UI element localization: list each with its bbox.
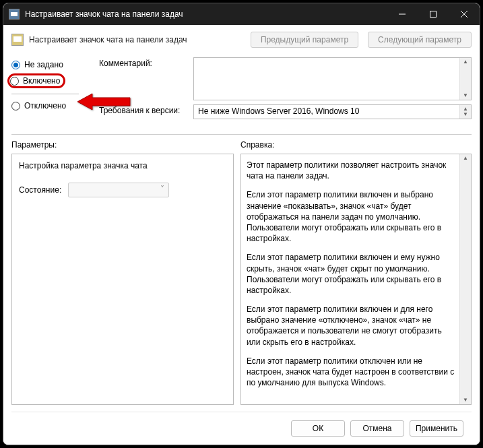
- scrollbar[interactable]: ▲▼: [459, 58, 471, 100]
- help-text: Этот параметр политики позволяет настрои…: [247, 160, 456, 181]
- help-text: Если этот параметр политики включен и дл…: [247, 304, 456, 348]
- help-text: Если этот параметр политики отключен или…: [247, 356, 456, 389]
- radio-dot-icon: [10, 77, 19, 86]
- help-text: Если этот параметр политики включен и ем…: [247, 252, 456, 296]
- ok-button[interactable]: ОК: [291, 420, 345, 437]
- radio-enabled[interactable]: Включено: [9, 75, 64, 87]
- requirements-value: Не ниже Windows Server 2016, Windows 10: [198, 106, 359, 116]
- scroll-down-icon: ▼: [463, 93, 468, 98]
- help-panel: Этот параметр политики позволяет настрои…: [240, 154, 472, 405]
- next-setting-button[interactable]: Следующий параметр: [368, 32, 472, 48]
- close-button[interactable]: [449, 3, 480, 25]
- help-text: Если этот параметр политики включен и вы…: [247, 189, 456, 244]
- scroll-down-icon: ▼: [463, 397, 468, 403]
- radio-dot-icon: [11, 61, 20, 69]
- scroll-up-icon: ▲: [463, 156, 468, 161]
- scroll-up-icon: ▲: [463, 59, 468, 65]
- radio-dot-icon: [11, 102, 20, 110]
- titlebar: Настраивает значок чата на панели задач: [3, 3, 480, 25]
- requirements-label: Требования к версии:: [99, 104, 193, 119]
- cancel-button[interactable]: Отмена: [350, 420, 404, 437]
- radio-separator: [11, 94, 79, 94]
- scrollbar[interactable]: ▲▼: [459, 154, 471, 404]
- help-section-label: Справка:: [240, 140, 274, 150]
- radio-label: Включено: [23, 76, 60, 86]
- comment-label: Комментарий:: [99, 57, 193, 100]
- apply-button[interactable]: Применить: [410, 420, 463, 437]
- maximize-button[interactable]: [418, 3, 449, 25]
- params-section-label: Параметры:: [11, 140, 240, 150]
- window-title: Настраивает значок чата на панели задач: [25, 9, 387, 19]
- radio-disabled[interactable]: Отключено: [11, 101, 92, 110]
- scroll-down-icon: ▼: [463, 112, 468, 117]
- radio-not-configured[interactable]: Не задано: [11, 60, 92, 69]
- policy-header-icon: [11, 34, 24, 46]
- previous-setting-button[interactable]: Предыдущий параметр: [251, 32, 358, 48]
- separator: [11, 134, 472, 135]
- state-dropdown[interactable]: [68, 183, 169, 197]
- param-title: Настройка параметра значка чата: [19, 161, 226, 170]
- scrollbar[interactable]: ▲▼: [459, 105, 471, 119]
- comment-textarea[interactable]: ▲▼: [193, 57, 472, 100]
- radio-label: Отключено: [24, 101, 66, 110]
- svg-rect-1: [430, 11, 437, 18]
- policy-dialog: Настраивает значок чата на панели задач …: [3, 3, 480, 445]
- parameters-panel: Настройка параметра значка чата Состояни…: [11, 154, 234, 405]
- minimize-button[interactable]: [387, 3, 418, 25]
- policy-header-title: Настраивает значок чата на панели задач: [29, 35, 241, 44]
- radio-label: Не задано: [24, 60, 63, 69]
- requirements-field: Не ниже Windows Server 2016, Windows 10 …: [193, 104, 472, 119]
- policy-icon: [9, 9, 20, 20]
- state-label: Состояние:: [19, 185, 61, 195]
